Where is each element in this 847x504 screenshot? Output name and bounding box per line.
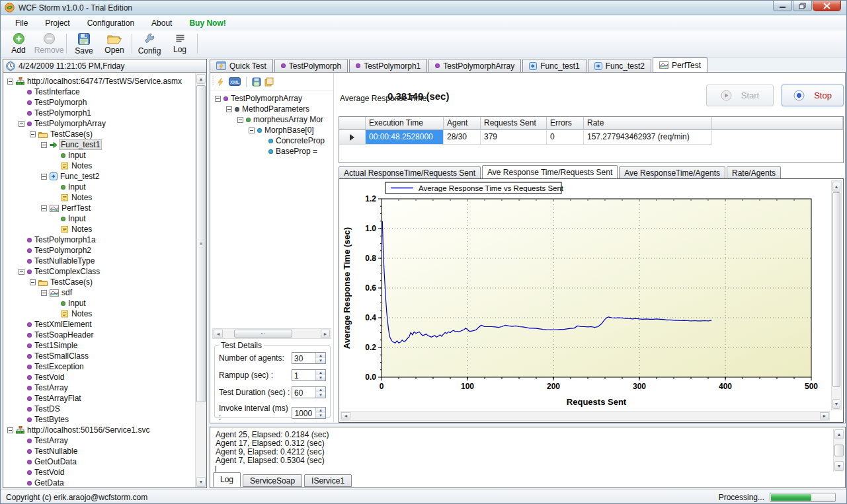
tree-node[interactable]: TestNullableType bbox=[3, 256, 195, 266]
grid-cell[interactable]: 0 bbox=[547, 130, 584, 145]
log-output[interactable]: Agent 25, Elapsed: 0.2184 (sec)Agent 17,… bbox=[212, 429, 832, 472]
parameters-hscrollbar[interactable]: ◄ ► bbox=[212, 328, 331, 339]
test-duration-sec-spinner[interactable]: 60▲▼ bbox=[292, 386, 326, 398]
scroll-right-button[interactable]: ► bbox=[321, 330, 330, 338]
column-header-execution-time[interactable]: Execution Time bbox=[366, 117, 444, 130]
tree-node[interactable]: BaseProp = bbox=[211, 146, 333, 157]
stop-button[interactable]: Stop bbox=[782, 85, 844, 106]
log-scroll-thumb[interactable] bbox=[834, 445, 844, 456]
spin-down-button[interactable]: ▼ bbox=[316, 375, 325, 380]
tab-quick-test[interactable]: Quick Test bbox=[210, 59, 273, 72]
tree-node[interactable]: Notes bbox=[3, 161, 195, 171]
chart-hscrollbar[interactable]: ◄ ► bbox=[341, 411, 830, 421]
add-toolbar-button[interactable]: Add bbox=[3, 31, 34, 56]
tree-node[interactable]: Test1Simple bbox=[3, 340, 195, 351]
tree-node[interactable]: morpheusArray Mor bbox=[211, 114, 333, 125]
restore-button[interactable] bbox=[793, 1, 812, 11]
menu-buy-now[interactable]: Buy Now! bbox=[181, 17, 233, 29]
chart-tab-ave-responsetime-agents[interactable]: Ave ResponseTime/Agents bbox=[619, 166, 725, 178]
save-small-icon[interactable] bbox=[252, 77, 261, 87]
row-selector-header[interactable] bbox=[339, 117, 366, 130]
chart-tab-ave-response-time-requests-sent[interactable]: Ave Response Time/Requests Sent bbox=[482, 165, 618, 178]
tree-node[interactable]: TestPolymorph1 bbox=[3, 108, 195, 118]
tree-node[interactable]: TestException bbox=[3, 361, 195, 372]
tree-node[interactable]: TestArrayFlat bbox=[3, 393, 195, 404]
tree-expander[interactable] bbox=[237, 117, 243, 123]
tree-expander[interactable] bbox=[30, 131, 36, 137]
tab-perftest[interactable]: PerfTest bbox=[653, 57, 707, 72]
tree-node[interactable]: TestSoapHeader bbox=[3, 330, 195, 340]
column-header-errors[interactable]: Errors bbox=[547, 117, 584, 130]
log-tab-servicesoap[interactable]: ServiceSoap bbox=[243, 474, 302, 487]
tab-func-test1[interactable]: Func_test1 bbox=[522, 59, 586, 72]
open-toolbar-button[interactable]: Open bbox=[99, 31, 130, 56]
tree-node[interactable]: Func_test2 bbox=[3, 171, 195, 182]
tab-func-test2[interactable]: Func_test2 bbox=[588, 59, 651, 72]
tree-node[interactable]: sdf bbox=[3, 287, 195, 298]
log-tab-iservice1[interactable]: IService1 bbox=[304, 474, 352, 487]
chart-scroll-up[interactable]: ▲ bbox=[832, 182, 840, 192]
tree-node[interactable]: TestPolymorph1a bbox=[3, 234, 195, 245]
tree-node[interactable]: GetOutData bbox=[3, 456, 195, 467]
chart-scroll-left[interactable]: ◄ bbox=[341, 412, 350, 419]
tree-node[interactable]: TestArray bbox=[3, 382, 195, 393]
tree-expander[interactable] bbox=[19, 269, 24, 275]
spin-down-button[interactable]: ▼ bbox=[316, 358, 325, 363]
tree-node[interactable]: Notes bbox=[3, 192, 195, 203]
tree-node[interactable]: http://localhost:64747/TestWS/Service.as… bbox=[3, 76, 195, 87]
chart-tab-rate-agents[interactable]: Rate/Agents bbox=[727, 166, 781, 178]
spin-up-button[interactable]: ▲ bbox=[316, 370, 325, 375]
tree-expander[interactable] bbox=[19, 121, 24, 127]
tree-expander[interactable] bbox=[226, 106, 232, 112]
tab-testpolymorph[interactable]: TestPolymorph bbox=[274, 59, 348, 72]
chart-tab-actual-responsetime-requests-sent[interactable]: Actual ResponseTime/Requests Sent bbox=[339, 166, 481, 178]
tree-expander[interactable] bbox=[41, 142, 47, 148]
scroll-left-button[interactable]: ◄ bbox=[214, 330, 223, 338]
tree-node[interactable]: Input bbox=[3, 213, 195, 224]
log-toolbar-button[interactable]: Log bbox=[165, 31, 195, 56]
tree-expander[interactable] bbox=[215, 96, 221, 102]
spinner-value[interactable]: 30 bbox=[292, 353, 315, 363]
lightning-icon[interactable] bbox=[216, 77, 225, 87]
tree-node[interactable]: ConcreteProp bbox=[211, 135, 333, 146]
spin-up-button[interactable]: ▲ bbox=[316, 408, 325, 413]
tree-node[interactable]: TestSmallClass bbox=[3, 351, 195, 361]
number-of-agents-spinner[interactable]: 30▲▼ bbox=[292, 352, 326, 364]
column-header-rate[interactable]: Rate bbox=[584, 117, 712, 130]
tree-node[interactable]: TestPolymorphArray bbox=[3, 118, 195, 129]
tree-node[interactable]: TestArray bbox=[3, 435, 195, 446]
spin-down-button[interactable]: ▼ bbox=[316, 392, 325, 398]
tree-node[interactable]: TestVoid bbox=[3, 372, 195, 382]
tree-node[interactable]: TestPolymorph2 bbox=[3, 245, 195, 256]
tree-node[interactable]: Input bbox=[3, 182, 195, 192]
tree-node[interactable]: TestVoid bbox=[3, 467, 195, 478]
menu-about[interactable]: About bbox=[143, 17, 180, 29]
tree-expander[interactable] bbox=[30, 279, 36, 285]
scroll-up-button[interactable]: ▲ bbox=[196, 74, 206, 84]
tree-node[interactable]: Input bbox=[3, 298, 195, 308]
tree-node[interactable]: Func_test1 bbox=[3, 139, 195, 150]
log-scrollbar[interactable]: ▲ ▼ bbox=[833, 429, 844, 472]
tree-node[interactable]: TestInterface bbox=[3, 87, 195, 97]
start-button[interactable]: Start bbox=[706, 85, 774, 106]
chart-vthumb[interactable] bbox=[832, 192, 840, 387]
tree-node[interactable]: MethodParameters bbox=[211, 104, 333, 114]
tree-node[interactable]: TestCase(s) bbox=[3, 277, 195, 287]
menu-file[interactable]: File bbox=[7, 17, 36, 29]
menu-project[interactable]: Project bbox=[37, 17, 77, 29]
minimize-button[interactable] bbox=[773, 1, 792, 11]
tree-node[interactable]: TestBytes bbox=[3, 414, 195, 425]
row-selector-cell[interactable] bbox=[339, 130, 366, 145]
spinner-value[interactable]: 1 bbox=[292, 370, 315, 380]
log-scroll-down[interactable]: ▼ bbox=[834, 461, 844, 471]
tree-expander[interactable] bbox=[41, 174, 47, 180]
grid-cell[interactable]: 28/30 bbox=[444, 130, 481, 145]
tree-node[interactable]: TestPolymorphArray bbox=[211, 93, 333, 104]
hscroll-thumb[interactable] bbox=[234, 330, 292, 338]
rampup-sec-spinner[interactable]: 1▲▼ bbox=[292, 369, 326, 381]
grid-cell[interactable]: 157.277943462937 (req/min) bbox=[584, 130, 712, 145]
grid-data-row[interactable]: 00:00:48.252800028/303790157.27794346293… bbox=[339, 130, 843, 145]
save-toolbar-button[interactable]: Save bbox=[69, 31, 99, 56]
tree-node[interactable]: Notes bbox=[3, 308, 195, 319]
tree-node[interactable]: TestNullable bbox=[3, 446, 195, 456]
